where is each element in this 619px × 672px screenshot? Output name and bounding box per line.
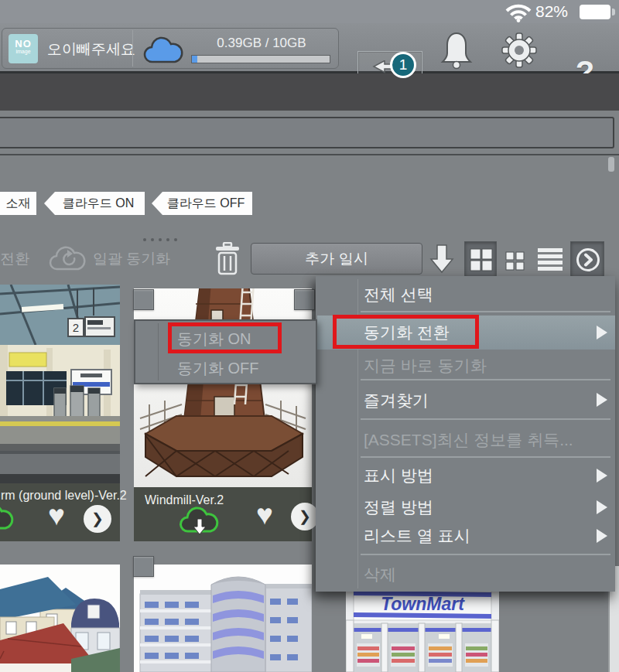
submenu-arrow-icon — [597, 326, 607, 339]
menu-item-list-columns[interactable]: 리스트 열 표시 — [364, 522, 595, 550]
asset-thumbnail-building[interactable] — [134, 565, 312, 672]
asset-thumbnail-windmill[interactable] — [134, 288, 312, 487]
batch-sync-label[interactable]: 일괄 동기화 — [93, 249, 170, 269]
title-strip — [0, 73, 619, 111]
chevron-circle-icon — [576, 247, 600, 272]
svg-text:TownMart: TownMart — [381, 594, 465, 614]
menu-item-assets-info: [ASSETS]최신 정보를 취득... — [364, 425, 595, 455]
menu-item-delete: 삭제 — [364, 561, 595, 588]
filter-field[interactable] — [0, 117, 614, 148]
asset-checkbox[interactable] — [294, 289, 315, 310]
menu-item-favorites[interactable]: 즐겨찾기 — [364, 386, 595, 415]
batch-sync-cloud-icon[interactable] — [49, 244, 87, 274]
asset-detail-chevron-icon[interactable]: ❯ — [291, 503, 319, 530]
wifi-icon — [504, 3, 532, 22]
tab-materials[interactable]: 소재 — [0, 192, 36, 215]
favorite-heart-icon[interactable]: ♥ — [256, 500, 273, 530]
annotation-box-sync-on — [168, 322, 282, 353]
submenu-arrow-icon — [597, 393, 607, 407]
menu-separator — [361, 311, 610, 312]
battery-icon — [580, 5, 610, 19]
battery-tip — [612, 9, 615, 15]
settings-gear-icon[interactable] — [501, 32, 537, 68]
asset-thumbnail-houses[interactable] — [0, 565, 120, 672]
asset-thumbnail-station[interactable]: 2 — [0, 285, 120, 483]
storage-progress-fill — [192, 56, 197, 63]
view-grid-large-button[interactable] — [464, 241, 497, 277]
menu-item-sort-method[interactable]: 정렬 방법 — [364, 493, 595, 521]
notifications-bell-icon[interactable] — [439, 31, 474, 70]
scrollbar-thumb[interactable] — [608, 157, 614, 172]
submenu-arrow-icon — [597, 469, 607, 483]
status-bar: 82% — [0, 0, 619, 23]
drag-handle-dots[interactable] — [143, 238, 177, 241]
grid-small-icon[interactable] — [504, 249, 528, 271]
menu-separator — [361, 554, 610, 555]
submenu-item-sync-off[interactable]: 동기화 OFF — [177, 355, 310, 381]
favorite-heart-icon[interactable]: ♥ — [48, 500, 65, 531]
grid-large-icon — [470, 248, 493, 271]
cloud-download-icon[interactable] — [0, 502, 17, 536]
header-bar: NO image 오이빼주세요 0.39GB / 10GB 1 — [0, 23, 619, 73]
cloud-download-icon[interactable] — [179, 504, 222, 540]
sort-by-date-button[interactable]: 추가 일시 — [251, 243, 422, 275]
menu-item-display-method[interactable]: 표시 방법 — [364, 462, 595, 490]
svg-text:2: 2 — [73, 321, 79, 334]
avatar[interactable]: NO image — [9, 34, 38, 63]
cloud-storage-icon — [143, 36, 185, 66]
storage-usage-text: 0.39GB / 10GB — [191, 36, 332, 51]
tab-cloud-on[interactable]: 클라우드 ON — [44, 192, 145, 215]
annotation-box-sync-toggle — [333, 315, 479, 349]
app-screen: 82% NO image 오이빼주세요 0.39GB / 10GB — [0, 0, 619, 672]
more-options-button[interactable] — [570, 241, 604, 277]
menu-item-sync-now: 지금 바로 동기화 — [364, 351, 595, 380]
trash-icon[interactable] — [214, 242, 241, 276]
asset-card-station-footer: rm (ground level)-Ver.2 ♥ ❯ — [0, 483, 120, 541]
sync-toggle-label[interactable]: 전환 — [0, 249, 29, 269]
list-view-icon[interactable] — [537, 247, 563, 271]
submenu-gutter-line — [158, 323, 159, 380]
submenu-arrow-icon — [597, 529, 607, 543]
asset-card-windmill-footer: Windmill-Ver.2 ♥ ❯ — [134, 487, 312, 541]
submenu-arrow-icon — [597, 500, 607, 514]
asset-detail-chevron-icon[interactable]: ❯ — [84, 505, 111, 533]
account-panel: NO image 오이빼주세요 0.39GB / 10GB — [2, 28, 339, 69]
asset-checkbox[interactable] — [133, 289, 154, 310]
divider — [132, 30, 133, 67]
tab-cloud-off[interactable]: 클라우드 OFF — [152, 192, 252, 215]
battery-percent: 82% — [535, 0, 568, 23]
panel-divider — [0, 154, 619, 155]
download-arrow-icon[interactable] — [428, 244, 456, 275]
menu-separator — [361, 418, 610, 420]
username: 오이빼주세요 — [47, 29, 135, 70]
menu-separator — [361, 456, 610, 458]
asset-checkbox[interactable] — [133, 556, 154, 577]
menu-item-select-all[interactable]: 전체 선택 — [364, 281, 595, 309]
storage-progress-bar — [191, 55, 330, 63]
sync-count-badge: 1 — [390, 52, 416, 78]
menu-separator — [361, 379, 610, 380]
